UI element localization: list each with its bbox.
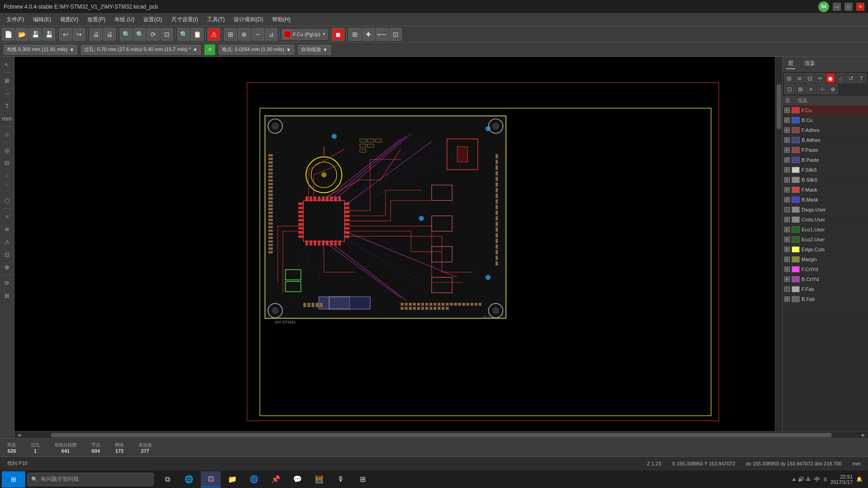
menu-file[interactable]: 文件(F) — [2, 15, 28, 24]
taskbar-calc[interactable]: 🧮 — [309, 471, 329, 488]
pad-display-button[interactable]: ⊡ — [389, 28, 402, 41]
taskbar-app9[interactable]: ⊞ — [353, 471, 373, 488]
panel-btn8[interactable]: T — [857, 73, 866, 83]
measure-tool[interactable]: mm — [1, 113, 13, 124]
drc-button[interactable]: ⚠ — [208, 28, 220, 41]
panel-btn1[interactable]: ⊞ — [784, 73, 794, 83]
grid-button[interactable]: ⊞ — [224, 28, 237, 41]
tray-clock[interactable]: 22:51 2017/1/17 — [830, 474, 853, 485]
zoom-out-button[interactable]: 🔍 — [133, 28, 146, 41]
panel-btn9[interactable]: ⊡ — [784, 84, 794, 94]
hscroll-thumb[interactable] — [51, 433, 832, 437]
panel-btn3[interactable]: ⊟ — [805, 73, 815, 83]
layer-row-f-mask[interactable]: ✓F.Mask — [783, 185, 868, 195]
taskbar-pcbnew[interactable]: ⊡ — [201, 471, 221, 488]
layer-checkbox-0[interactable]: ✓ — [784, 108, 790, 113]
panel-btn12[interactable]: ⊹ — [817, 84, 827, 94]
taskbar-chat[interactable]: 💬 — [288, 471, 307, 488]
via-tool[interactable]: ⊕ — [1, 261, 13, 273]
pcb-canvas-area[interactable]: MY-STM32 V1.2 — [14, 57, 782, 431]
ratsnest-toggle-button[interactable]: ≋ — [204, 44, 215, 55]
horizontal-scrollbar[interactable]: ◄ ► — [14, 431, 868, 438]
layer-checkbox-2[interactable]: ✓ — [784, 127, 790, 133]
layer-row-f-adhes[interactable]: ✓F.Adhes — [783, 125, 868, 135]
layer-dropdown[interactable]: F.Cu (PgUp) ▼ — [282, 29, 328, 40]
layer-checkbox-18[interactable] — [784, 286, 790, 292]
taskbar-mic[interactable]: 🎙 — [331, 471, 351, 488]
taskbar-browser1[interactable]: 🌐 — [179, 471, 199, 488]
layer-row-margin[interactable]: ✓Margin — [783, 254, 868, 264]
hscroll-right-btn[interactable]: ► — [859, 432, 868, 438]
grid-display-button[interactable]: ⊞ — [349, 28, 361, 41]
panel-btn4[interactable]: ✏ — [816, 73, 825, 83]
menu-settings[interactable]: 设置(O) — [139, 15, 166, 24]
layer-checkbox-7[interactable]: ✓ — [784, 177, 790, 183]
layer-row-b-silks[interactable]: ✓B.SilkS — [783, 175, 868, 185]
copper-zone-button[interactable]: ◼ — [332, 28, 344, 41]
layer-row-b-fab[interactable]: ✓B.Fab — [783, 294, 868, 304]
layer-checkbox-13[interactable]: ✓ — [784, 237, 790, 242]
redo-button[interactable]: ↪ — [73, 28, 85, 41]
zoom-in-button[interactable]: 🔍 — [120, 28, 132, 41]
units-button[interactable]: ↔ — [251, 28, 264, 41]
tray-notification[interactable]: 🔔 — [856, 476, 863, 482]
layer-checkbox-1[interactable]: ✓ — [784, 117, 790, 123]
layer-checkbox-19[interactable]: ✓ — [784, 296, 790, 302]
menu-place[interactable]: 放置(P) — [83, 15, 110, 24]
zone-tool[interactable]: ⊡ — [1, 249, 13, 260]
menu-dimensions[interactable]: 尺寸设置(I) — [167, 15, 203, 24]
menu-design-rules[interactable]: 设计规则(D) — [229, 15, 268, 24]
panel-btn10[interactable]: ⊠ — [795, 84, 805, 94]
clearance-button[interactable]: ⟵ — [376, 28, 388, 41]
zoom-dropdown[interactable]: 自动缩放 ▼ — [298, 45, 331, 55]
route-tool[interactable]: ≈ — [1, 211, 13, 222]
layer-checkbox-5[interactable]: ✓ — [784, 157, 790, 163]
tab-render[interactable]: 渲染 — [802, 59, 817, 69]
text-tool[interactable]: T — [1, 100, 13, 112]
menu-help[interactable]: 帮助(H) — [268, 15, 295, 24]
mirror-button[interactable]: ⊿ — [265, 28, 278, 41]
new-button[interactable]: 📄 — [2, 28, 14, 41]
taskbar-taskview[interactable]: ⧉ — [157, 471, 177, 488]
polar-button[interactable]: ⊕ — [238, 28, 250, 41]
track-width-dropdown[interactable]: 布线 0.300 mm (11.81 mils) ▼ — [4, 45, 77, 55]
orient-tool[interactable]: ⟳ — [1, 277, 13, 289]
layer-row-b-paste[interactable]: ✓B.Paste — [783, 155, 868, 165]
panel-btn13[interactable]: ⊕ — [828, 84, 838, 94]
dimension-tool[interactable]: ↔ — [1, 87, 13, 99]
layer-row-edge-cuts[interactable]: ✓Edge.Cuts — [783, 244, 868, 254]
drc-tool[interactable]: ⚠ — [1, 236, 13, 248]
ratsnest-button[interactable]: ✚ — [362, 28, 375, 41]
minimize-button[interactable]: — — [833, 3, 841, 11]
zoom-redraw-button[interactable]: ⟳ — [147, 28, 160, 41]
layer-row-f-paste[interactable]: ✓F.Paste — [783, 145, 868, 155]
layer-checkbox-16[interactable]: ✓ — [784, 267, 790, 272]
layer-row-f-silks[interactable]: ✓F.SilkS — [783, 165, 868, 175]
layer-row-b-crtyd[interactable]: ✓B.CrtYd — [783, 274, 868, 284]
print2-button[interactable]: 🖨 — [103, 28, 116, 41]
layer-checkbox-9[interactable]: ✓ — [784, 197, 790, 202]
layer-checkbox-14[interactable]: ✓ — [784, 247, 790, 252]
layer-checkbox-15[interactable]: ✓ — [784, 257, 790, 262]
poly-tool[interactable]: ⬡ — [1, 195, 13, 206]
arc-tool[interactable]: ⌒ — [1, 182, 13, 194]
tab-layers[interactable]: 层 — [786, 59, 795, 69]
grid-tool[interactable]: ⊞ — [1, 75, 13, 86]
taskbar-search[interactable]: 🔍 有问题尽管问我 — [27, 473, 154, 486]
layer-row-b-adhes[interactable]: ✓B.Adhes — [783, 135, 868, 145]
layer-row-b-mask[interactable]: ✓B.Mask — [783, 195, 868, 205]
menu-route[interactable]: 布线 (U) — [110, 15, 139, 24]
panel-btn11[interactable]: ≡ — [806, 84, 816, 94]
find-button[interactable]: 🔍 — [177, 28, 190, 41]
layer-row-dwgs-user[interactable]: Dwgs.User — [783, 205, 868, 215]
taskbar-browser2[interactable]: 🌀 — [244, 471, 264, 488]
save-button[interactable]: 💾 — [29, 28, 42, 41]
menu-edit[interactable]: 编辑(E) — [28, 15, 56, 24]
layer-row-f-cu[interactable]: ✓F.Cu — [783, 105, 868, 115]
close-button[interactable]: ✕ — [856, 3, 864, 11]
layer-row-f-crtyd[interactable]: ✓F.CrtYd — [783, 264, 868, 274]
panel-btn5[interactable]: ◉ — [826, 73, 835, 83]
cursor-tool[interactable]: ⊹ — [1, 128, 13, 140]
layer-checkbox-11[interactable]: ✓ — [784, 217, 790, 222]
circle-tool[interactable]: ○ — [1, 169, 13, 181]
